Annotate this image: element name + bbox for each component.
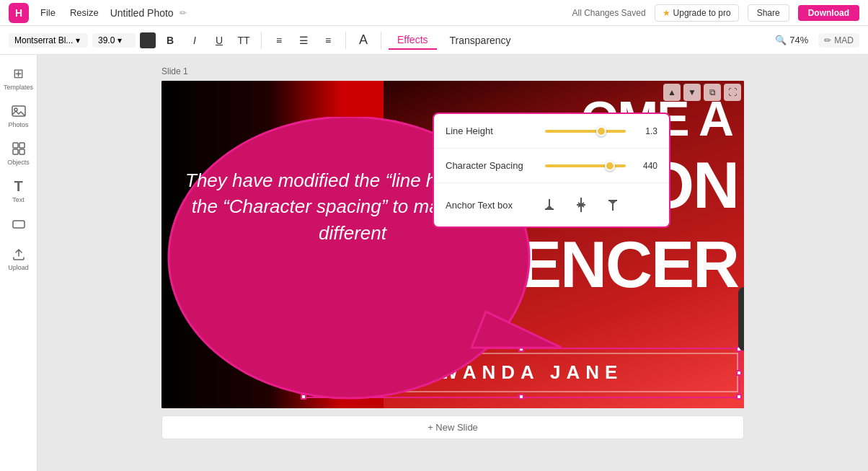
handle-top-left[interactable]	[301, 346, 306, 352]
sidebar-item-templates[interactable]: ⊞ Templates	[2, 61, 35, 95]
download-button[interactable]: Download	[798, 5, 859, 21]
templates-icon: ⊞	[10, 65, 27, 82]
slide-top-controls: ▲ ▼ ⧉ ⛶	[663, 84, 741, 101]
handle-top-middle[interactable]	[518, 346, 524, 352]
anchor-center-button[interactable]	[571, 195, 591, 215]
sidebar: ⊞ Templates Photos Ob	[0, 55, 37, 471]
line-height-track[interactable]	[545, 130, 626, 133]
char-spacing-track[interactable]	[545, 164, 626, 167]
line-height-thumb[interactable]	[596, 126, 606, 136]
sidebar-label-templates: Templates	[4, 84, 33, 91]
font-size-value: 39.0	[98, 35, 115, 45]
handle-bottom-middle[interactable]	[518, 394, 524, 400]
mad-button[interactable]: ✏ MAD	[818, 33, 859, 48]
toolbar: Montserrat Bl... ▾ 39.0 ▾ B I U TT ≡ ☰ ≡…	[0, 26, 868, 55]
main-area: ⊞ Templates Photos Ob	[0, 55, 868, 471]
chevron-down-icon: ▾	[76, 35, 80, 45]
text-transform-button[interactable]: TT	[234, 30, 254, 50]
font-color-button[interactable]: A	[353, 30, 373, 50]
share-button[interactable]: Share	[748, 4, 789, 22]
char-spacing-row: Character Spacing 440	[446, 160, 657, 171]
align-right-button[interactable]: ≡	[318, 30, 338, 50]
new-slide-button[interactable]: + New Slide	[161, 415, 744, 439]
document-title[interactable]: Untitled Photo	[110, 7, 174, 19]
char-spacing-thumb[interactable]	[605, 161, 615, 171]
top-bar: H File Resize Untitled Photo ✏ All Chang…	[0, 0, 868, 26]
anchor-bottom-button[interactable]	[539, 195, 559, 215]
chevron-down-icon: ▾	[118, 35, 122, 45]
anchor-buttons	[539, 195, 623, 215]
underline-button[interactable]: U	[209, 30, 229, 50]
handle-middle-right[interactable]	[736, 370, 742, 376]
star-icon: ★	[663, 8, 670, 18]
panel-divider-2	[434, 182, 669, 183]
layer-button[interactable]	[743, 291, 744, 317]
italic-button[interactable]: I	[185, 30, 205, 50]
bold-button[interactable]: B	[160, 30, 180, 50]
sidebar-item-upload[interactable]: Upload	[2, 241, 35, 276]
zoom-level: 74%	[789, 35, 808, 45]
zoom-icon: 🔍	[775, 35, 787, 45]
separator3	[381, 32, 381, 49]
separator	[261, 32, 262, 49]
anchor-row: Anchor Text box	[446, 195, 657, 215]
sidebar-item-objects[interactable]: Objects	[2, 136, 35, 170]
font-size-select[interactable]: 39.0 ▾	[92, 33, 136, 48]
upload-icon	[10, 245, 27, 263]
svg-rect-2	[13, 143, 18, 148]
sidebar-item-shapes[interactable]	[2, 211, 35, 238]
char-spacing-value: 440	[632, 161, 657, 171]
text-icon: T	[10, 177, 27, 195]
slide-copy-btn[interactable]: ⧉	[704, 84, 721, 101]
font-color-picker[interactable]	[140, 32, 156, 48]
sidebar-label-upload: Upload	[8, 264, 29, 271]
line-height-panel: Line Height 1.3 Character Spacing 440 An…	[433, 113, 670, 228]
lock-button[interactable]	[743, 320, 744, 346]
align-center-button[interactable]: ☰	[293, 30, 314, 50]
font-family-select[interactable]: Montserrat Bl... ▾	[9, 33, 88, 48]
sidebar-label-text: Text	[12, 196, 25, 203]
zoom-control: 🔍 74%	[775, 35, 808, 45]
svg-rect-3	[19, 143, 25, 148]
sidebar-item-photos[interactable]: Photos	[2, 98, 35, 133]
line-height-label: Line Height	[446, 126, 539, 136]
anchor-top-button[interactable]	[603, 195, 623, 215]
slide-up-btn[interactable]: ▲	[663, 84, 681, 101]
svg-rect-4	[13, 149, 18, 154]
slide-label: Slide 1	[161, 66, 744, 76]
align-left-button[interactable]: ≡	[269, 30, 289, 50]
svg-rect-5	[19, 149, 25, 154]
sidebar-label-objects: Objects	[7, 159, 30, 166]
canvas-area[interactable]: Slide 1 OME A FASHION FLUENCER - WANDA J…	[37, 55, 868, 471]
top-bar-right: All Changes Saved ★ Upgrade to pro Share…	[572, 4, 860, 22]
context-menu	[738, 287, 744, 351]
slide-expand-btn[interactable]: ⛶	[724, 84, 741, 101]
shapes-icon	[10, 215, 27, 232]
separator2	[345, 32, 346, 49]
char-spacing-label: Character Spacing	[446, 160, 539, 171]
text-fluencer: FLUENCER	[397, 232, 738, 297]
svg-rect-6	[13, 221, 25, 228]
app-logo[interactable]: H	[9, 3, 29, 23]
photos-icon	[10, 102, 27, 120]
handle-middle-left[interactable]	[301, 370, 306, 376]
top-nav: File Resize	[40, 7, 99, 18]
effects-tab[interactable]: Effects	[389, 31, 437, 50]
line-height-row: Line Height 1.3	[446, 126, 657, 136]
sidebar-label-photos: Photos	[8, 121, 28, 128]
upgrade-button[interactable]: ★ Upgrade to pro	[655, 4, 739, 22]
handle-bottom-right[interactable]	[736, 394, 742, 400]
upgrade-label: Upgrade to pro	[673, 8, 731, 18]
slide-down-btn[interactable]: ▼	[683, 84, 701, 101]
pencil-icon: ✏	[824, 35, 831, 45]
handle-bottom-left[interactable]	[301, 394, 306, 400]
nav-file[interactable]: File	[40, 7, 56, 18]
save-status: All Changes Saved	[572, 8, 646, 18]
sidebar-item-text[interactable]: T Text	[2, 173, 35, 208]
nav-resize[interactable]: Resize	[70, 7, 99, 18]
objects-icon	[10, 140, 27, 157]
edit-title-icon[interactable]: ✏	[180, 8, 187, 18]
logo-text: H	[15, 7, 22, 19]
transparency-tab[interactable]: Transparency	[441, 32, 520, 49]
selection-box	[302, 348, 740, 398]
